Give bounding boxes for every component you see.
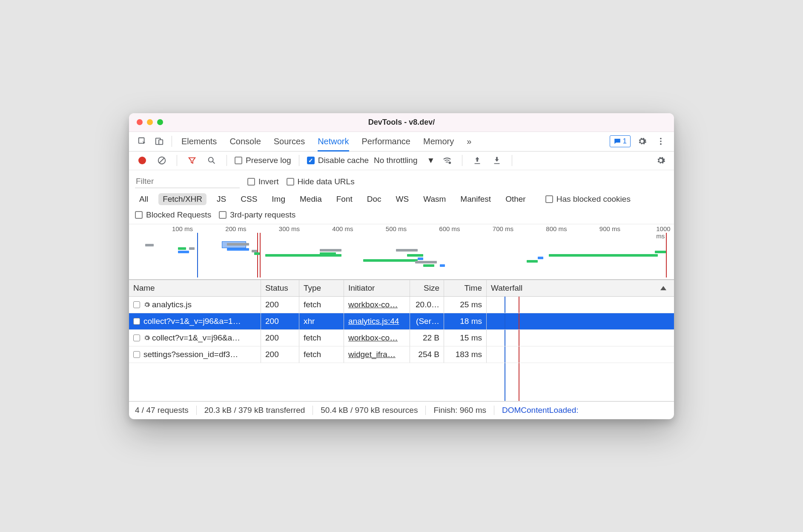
col-status[interactable]: Status	[261, 280, 299, 296]
request-type: fetch	[299, 297, 344, 313]
invert-checkbox[interactable]: Invert	[247, 177, 279, 186]
filter-type-all[interactable]: All	[135, 193, 152, 205]
col-name[interactable]: Name	[129, 280, 261, 296]
tab-elements[interactable]: Elements	[181, 132, 217, 151]
preserve-log-checkbox[interactable]: Preserve log	[235, 156, 291, 165]
device-toolbar-icon[interactable]	[152, 134, 166, 149]
request-time: 18 ms	[444, 313, 487, 329]
checkbox-icon	[287, 178, 294, 186]
request-status: 200	[261, 313, 299, 329]
disable-cache-checkbox[interactable]: Disable cache	[307, 156, 369, 165]
filter-input[interactable]	[135, 175, 240, 188]
table-row[interactable]: collect?v=1&_v=j96&a=1…200xhranalytics.j…	[129, 313, 674, 330]
table-header-row: Name Status Type Initiator Size Time Wat…	[129, 280, 674, 297]
throttling-select[interactable]: No throttling ▼	[374, 156, 435, 165]
checkbox-icon	[235, 157, 242, 164]
separator	[462, 155, 462, 166]
row-checkbox[interactable]	[133, 318, 140, 325]
issues-chip[interactable]: 1	[610, 135, 631, 147]
import-har-icon[interactable]	[470, 153, 485, 168]
filter-type-js[interactable]: JS	[212, 193, 230, 205]
col-initiator[interactable]: Initiator	[344, 280, 410, 296]
table-row[interactable]: collect?v=1&_v=j96&a…200fetchworkbox-co……	[129, 330, 674, 346]
overview-tick: 600 ms	[439, 225, 460, 232]
tab-console[interactable]: Console	[229, 132, 261, 151]
gear-icon	[143, 335, 150, 341]
request-status: 200	[261, 297, 299, 313]
tab-performance[interactable]: Performance	[362, 132, 411, 151]
checkbox-icon	[219, 211, 227, 219]
request-size: 20.0…	[410, 297, 444, 313]
tab-network[interactable]: Network	[318, 132, 349, 151]
more-tabs-button[interactable]: »	[467, 132, 471, 151]
has-blocked-cookies-checkbox[interactable]: Has blocked cookies	[545, 194, 631, 204]
request-initiator[interactable]: analytics.js:44	[348, 317, 399, 326]
request-size: 254 B	[410, 346, 444, 363]
filter-type-css[interactable]: CSS	[236, 193, 261, 205]
col-size[interactable]: Size	[410, 280, 444, 296]
has-blocked-cookies-label: Has blocked cookies	[556, 194, 631, 204]
filter-section: Invert Hide data URLs AllFetch/XHRJSCSSI…	[129, 170, 674, 224]
network-conditions-icon[interactable]	[440, 153, 454, 168]
request-size: (Ser…	[410, 313, 444, 329]
tab-sources[interactable]: Sources	[274, 132, 305, 151]
filter-type-font[interactable]: Font	[332, 193, 357, 205]
checkbox-icon	[545, 195, 553, 203]
filter-type-other[interactable]: Other	[501, 193, 530, 205]
request-name: collect?v=1&_v=j96&a…	[152, 333, 240, 343]
request-name: analytics.js	[152, 300, 192, 309]
clear-button[interactable]	[155, 153, 169, 168]
separator	[299, 155, 299, 166]
request-initiator[interactable]: widget_ifra…	[348, 350, 396, 359]
request-time: 15 ms	[444, 330, 487, 346]
filter-type-fetch-xhr[interactable]: Fetch/XHR	[158, 193, 206, 205]
overview-tick: 900 ms	[599, 225, 620, 232]
svg-point-3	[660, 138, 662, 140]
col-time[interactable]: Time	[444, 280, 487, 296]
tab-memory[interactable]: Memory	[423, 132, 454, 151]
minimize-window-button[interactable]	[147, 119, 153, 125]
third-party-checkbox[interactable]: 3rd-party requests	[219, 210, 295, 220]
close-window-button[interactable]	[137, 119, 143, 125]
filter-icon[interactable]	[185, 153, 199, 168]
blocked-requests-checkbox[interactable]: Blocked Requests	[135, 210, 211, 220]
request-initiator[interactable]: workbox-co…	[348, 300, 398, 309]
fullscreen-window-button[interactable]	[157, 119, 163, 125]
settings-icon[interactable]	[635, 134, 649, 149]
row-checkbox[interactable]	[133, 351, 140, 358]
col-type[interactable]: Type	[299, 280, 344, 296]
record-button[interactable]	[135, 153, 149, 168]
filter-type-ws[interactable]: WS	[392, 193, 413, 205]
network-settings-icon[interactable]	[654, 153, 668, 168]
sort-asc-icon	[660, 286, 666, 290]
hide-data-urls-checkbox[interactable]: Hide data URLs	[287, 177, 355, 186]
row-checkbox[interactable]	[133, 301, 140, 308]
filter-type-img[interactable]: Img	[267, 193, 290, 205]
table-row[interactable]: settings?session_id=df3…200fetchwidget_i…	[129, 346, 674, 363]
overview-tick: 400 ms	[332, 225, 353, 232]
third-party-label: 3rd-party requests	[230, 210, 295, 220]
request-type: xhr	[299, 313, 344, 329]
overview-tick: 800 ms	[546, 225, 567, 232]
filter-type-manifest[interactable]: Manifest	[456, 193, 495, 205]
col-waterfall[interactable]: Waterfall	[487, 280, 674, 296]
export-har-icon[interactable]	[490, 153, 504, 168]
svg-point-4	[660, 140, 662, 142]
table-row[interactable]: analytics.js200fetchworkbox-co…20.0…25 m…	[129, 297, 674, 313]
separator	[512, 155, 512, 166]
kebab-menu-icon[interactable]	[654, 134, 668, 149]
filter-type-wasm[interactable]: Wasm	[419, 193, 450, 205]
request-initiator[interactable]: workbox-co…	[348, 333, 398, 343]
filter-type-media[interactable]: Media	[295, 193, 326, 205]
request-name: settings?session_id=df3…	[143, 350, 238, 359]
window-controls	[137, 119, 163, 125]
filter-type-doc[interactable]: Doc	[363, 193, 386, 205]
row-checkbox[interactable]	[133, 335, 140, 341]
inspect-element-icon[interactable]	[135, 134, 149, 149]
invert-label: Invert	[258, 177, 279, 186]
timing-overview[interactable]: 100 ms200 ms300 ms400 ms500 ms600 ms700 …	[129, 224, 674, 280]
overview-tick: 700 ms	[493, 225, 513, 232]
search-icon[interactable]	[204, 153, 219, 168]
request-waterfall	[487, 346, 674, 363]
hide-data-urls-label: Hide data URLs	[298, 177, 355, 186]
